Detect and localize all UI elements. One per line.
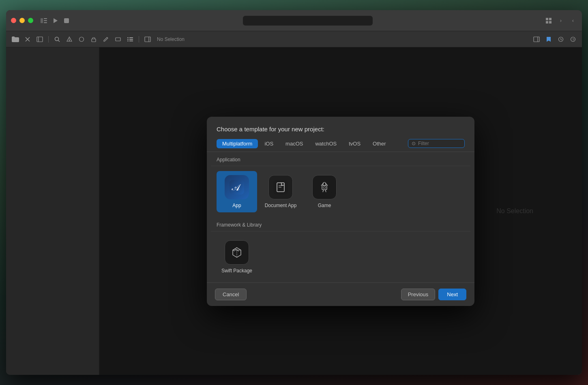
svg-point-50 <box>325 183 326 184</box>
svg-rect-25 <box>127 41 129 41</box>
new-project-modal: Choose a template for your new project: … <box>207 117 474 306</box>
app-label: App <box>232 203 241 208</box>
maximize-button[interactable] <box>28 18 33 23</box>
toolbar-search <box>243 16 373 26</box>
svg-rect-19 <box>92 39 96 42</box>
toolbar-right: ? <box>532 35 577 43</box>
svg-rect-29 <box>534 37 539 42</box>
tab-macos[interactable]: macOS <box>280 139 309 148</box>
minimize-button[interactable] <box>19 18 25 23</box>
tab-other[interactable]: Other <box>367 139 392 148</box>
close-button[interactable] <box>11 18 16 23</box>
lock-icon[interactable] <box>89 35 98 44</box>
sidebar-toggle-icon[interactable] <box>40 17 48 25</box>
swift-package-label: Swift Package <box>221 268 252 274</box>
svg-rect-1 <box>44 18 47 19</box>
tab-ios[interactable]: iOS <box>259 139 279 148</box>
svg-rect-2 <box>44 20 47 21</box>
help-icon[interactable]: ? <box>569 35 577 43</box>
svg-rect-6 <box>546 18 548 20</box>
svg-line-33 <box>561 39 562 40</box>
tab-multiplatform[interactable]: Multiplatform <box>217 139 258 148</box>
svg-text:?: ? <box>572 38 574 42</box>
swift-package-icon <box>225 240 249 265</box>
framework-grid: Swift Package <box>211 231 470 282</box>
document-app-label: Document App <box>265 203 297 208</box>
section-application-header: Application <box>211 152 470 166</box>
arrow-right-icon[interactable]: › <box>557 17 565 25</box>
toolbar-separator <box>48 36 49 43</box>
svg-rect-24 <box>129 39 133 40</box>
svg-rect-22 <box>129 37 133 38</box>
filter-input-wrap: ⊙ <box>408 139 465 148</box>
close-x-icon[interactable] <box>23 35 32 44</box>
clock-icon[interactable] <box>557 35 565 43</box>
list-icon[interactable] <box>126 35 135 44</box>
svg-rect-27 <box>145 37 150 42</box>
shape-icon[interactable] <box>77 35 86 44</box>
content-area: No Selection Choose a template for your … <box>6 47 582 375</box>
filter-input[interactable] <box>418 141 461 146</box>
folder-icon[interactable] <box>11 35 20 44</box>
svg-point-14 <box>55 37 59 41</box>
section-framework-header: Framework & Library <box>211 217 470 231</box>
title-bar-controls <box>40 17 71 25</box>
title-bar: › ‹ <box>6 10 582 31</box>
svg-rect-8 <box>546 21 548 24</box>
modal-overlay: Choose a template for your new project: … <box>99 47 582 375</box>
tab-tvos[interactable]: tvOS <box>343 139 366 148</box>
main-content: No Selection Choose a template for your … <box>99 47 582 375</box>
application-grid: 𝒜 App <box>211 166 470 217</box>
modal-footer: Cancel Previous Next <box>207 282 474 306</box>
modal-body: Application <box>207 152 474 282</box>
pencil-icon[interactable] <box>101 35 110 44</box>
svg-marker-4 <box>54 18 58 23</box>
inspector-right-icon[interactable] <box>143 35 152 44</box>
svg-rect-9 <box>549 21 552 24</box>
svg-rect-12 <box>37 37 43 42</box>
svg-point-49 <box>323 183 324 184</box>
title-bar-center <box>71 16 545 26</box>
filter-icon: ⊙ <box>412 141 416 146</box>
modal-header: Choose a template for your new project: <box>207 117 474 139</box>
title-bar-right: › ‹ <box>545 17 577 25</box>
play-icon[interactable] <box>51 17 59 25</box>
svg-rect-3 <box>44 22 47 23</box>
svg-rect-5 <box>64 18 69 23</box>
template-game[interactable]: Game <box>304 171 345 212</box>
svg-rect-21 <box>127 37 129 38</box>
bookmark-icon[interactable] <box>545 35 553 43</box>
svg-point-18 <box>79 37 84 41</box>
svg-rect-26 <box>129 41 133 41</box>
search-icon[interactable] <box>53 35 62 44</box>
template-swift-package[interactable]: Swift Package <box>217 236 257 278</box>
toolbar-separator-2 <box>139 36 139 43</box>
sidebar <box>6 47 99 375</box>
arrow-left-icon[interactable]: ‹ <box>569 17 577 25</box>
previous-button[interactable]: Previous <box>401 289 436 300</box>
svg-line-15 <box>58 40 60 42</box>
cancel-button[interactable]: Cancel <box>215 289 247 300</box>
template-app[interactable]: 𝒜 App <box>217 171 257 212</box>
svg-rect-23 <box>127 39 129 40</box>
grid-icon[interactable] <box>545 17 553 25</box>
traffic-lights <box>11 18 33 23</box>
template-document-app[interactable]: Document App <box>260 171 301 212</box>
main-window: › ‹ <box>6 10 582 375</box>
warning-icon[interactable] <box>65 35 74 44</box>
rect-icon[interactable] <box>114 35 122 44</box>
document-app-icon <box>268 175 293 199</box>
modal-title: Choose a template for your new project: <box>217 126 465 133</box>
svg-rect-20 <box>116 38 120 41</box>
next-button[interactable]: Next <box>438 289 466 300</box>
stop-icon[interactable] <box>62 17 71 25</box>
toolbar-row: No Selection <box>6 31 582 47</box>
svg-rect-42 <box>317 180 332 195</box>
svg-rect-0 <box>41 18 43 23</box>
svg-rect-7 <box>549 18 552 20</box>
game-label: Game <box>318 203 331 208</box>
breadcrumb: No Selection <box>157 36 185 42</box>
inspector-icon[interactable] <box>35 35 44 44</box>
inspector-panel-icon[interactable] <box>532 35 541 43</box>
tab-watchos[interactable]: watchOS <box>309 139 342 148</box>
